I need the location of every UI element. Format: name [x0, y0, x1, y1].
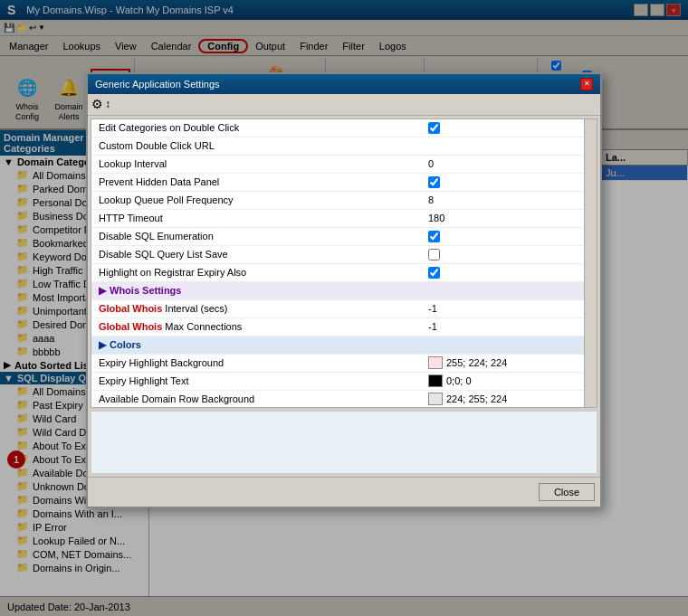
color-text-14: 0;0; 0 — [446, 375, 472, 386]
settings-value-15: 224; 255; 224 — [421, 391, 584, 407]
modal-close-x-button[interactable]: ✕ — [580, 78, 593, 90]
settings-value-8 — [421, 265, 584, 280]
settings-value-14: 0;0; 0 — [421, 373, 584, 389]
settings-label-4: Lookup Queue Poll Frequency — [91, 193, 421, 207]
setting-checkbox-7[interactable] — [428, 249, 440, 261]
settings-section-9: ▶Whois Settings — [91, 282, 584, 300]
color-text-13: 255; 224; 224 — [446, 357, 507, 368]
settings-label-14: Expiry Highlight Text — [91, 374, 421, 388]
section-icon: ▶ — [99, 285, 106, 297]
settings-row-1: Custom Double Click URL — [91, 137, 584, 156]
modal-preview-area — [91, 411, 597, 474]
settings-row-15: Available Domain Row Background224; 255;… — [91, 391, 584, 408]
settings-label-15: Available Domain Row Background — [91, 392, 421, 406]
settings-value-11: -1 — [421, 319, 584, 334]
settings-label-10: Global Whois Interval (secs) — [91, 301, 421, 316]
section-icon: ▶ — [99, 339, 106, 351]
modal-toolbar: ⚙ ↕ — [88, 94, 600, 116]
settings-value-10: -1 — [421, 301, 584, 316]
settings-row-14: Expiry Highlight Text0;0; 0 — [91, 373, 584, 391]
settings-row-11: Global Whois Max Connections-1 — [91, 318, 584, 336]
section-label: Whois Settings — [110, 285, 181, 296]
modal-settings-container: Edit Categories on Double ClickCustom Do… — [91, 118, 597, 408]
settings-label-7: Disable SQL Query List Save — [91, 247, 421, 261]
settings-label-5: HTTP Timeout — [91, 211, 421, 225]
color-swatch-14[interactable] — [428, 374, 443, 387]
modal-tool-icon[interactable]: ⚙ — [91, 97, 103, 111]
setting-value-text-10: -1 — [428, 303, 437, 314]
modal-dialog: Generic Application Settings ✕ ⚙ ↕ Edit … — [86, 72, 602, 508]
color-swatch-13[interactable] — [428, 356, 443, 369]
settings-row-7: Disable SQL Query List Save — [91, 246, 584, 264]
settings-value-6 — [421, 229, 584, 244]
color-swatch-15[interactable] — [428, 393, 443, 405]
settings-row-5: HTTP Timeout180 — [91, 210, 584, 228]
modal-footer: Close — [88, 477, 600, 507]
settings-value-2: 0 — [421, 156, 584, 171]
settings-row-3: Prevent Hidden Data Panel — [91, 174, 584, 192]
settings-label-0: Edit Categories on Double Click — [91, 120, 421, 135]
settings-row-0: Edit Categories on Double Click — [91, 119, 584, 137]
settings-row-8: Highlight on Registrar Expiry Also — [91, 264, 584, 282]
modal-title-bar: Generic Application Settings ✕ — [88, 74, 600, 94]
settings-label-11: Global Whois Max Connections — [91, 319, 421, 334]
setting-checkbox-8[interactable] — [428, 267, 440, 279]
modal-title: Generic Application Settings — [95, 79, 220, 90]
settings-row-4: Lookup Queue Poll Frequency8 — [91, 192, 584, 210]
settings-row-10: Global Whois Interval (secs)-1 — [91, 300, 584, 318]
settings-value-7 — [421, 247, 584, 262]
whois-label: Global Whois — [99, 321, 162, 332]
settings-value-1 — [421, 144, 584, 147]
setting-checkbox-6[interactable] — [428, 231, 440, 242]
whois-label: Global Whois — [99, 303, 162, 314]
modal-close-button[interactable]: Close — [539, 483, 595, 501]
setting-value-text-5: 180 — [428, 213, 444, 223]
modal-sort-icon[interactable]: ↕ — [105, 98, 110, 110]
section-label: Colors — [110, 339, 141, 350]
modal-overlay: Generic Application Settings ✕ ⚙ ↕ Edit … — [0, 0, 688, 616]
settings-label-6: Disable SQL Enumeration — [91, 229, 421, 243]
setting-value-text-11: -1 — [428, 321, 437, 332]
color-text-15: 224; 255; 224 — [446, 393, 507, 404]
settings-label-13: Expiry Highlight Background — [91, 355, 421, 370]
settings-row-13: Expiry Highlight Background255; 224; 224 — [91, 355, 584, 373]
setting-label-suffix: Max Connections — [162, 321, 242, 332]
setting-value-text-4: 8 — [428, 194, 434, 205]
setting-checkbox-3[interactable] — [428, 176, 440, 188]
settings-value-4: 8 — [421, 193, 584, 207]
settings-value-13: 255; 224; 224 — [421, 355, 584, 371]
settings-label-8: Highlight on Registrar Expiry Also — [91, 265, 421, 280]
settings-value-0 — [421, 120, 584, 136]
settings-value-5: 180 — [421, 211, 584, 225]
settings-label-3: Prevent Hidden Data Panel — [91, 175, 421, 189]
setting-value-text-2: 0 — [428, 158, 434, 169]
settings-row-6: Disable SQL Enumeration — [91, 228, 584, 246]
setting-checkbox-0[interactable] — [428, 122, 440, 134]
modal-settings-list: Edit Categories on Double ClickCustom Do… — [91, 119, 584, 407]
modal-scrollbar[interactable] — [584, 119, 597, 407]
settings-label-2: Lookup Interval — [91, 156, 421, 171]
settings-section-12: ▶Colors — [91, 336, 584, 355]
settings-label-1: Custom Double Click URL — [91, 138, 421, 153]
settings-value-3 — [421, 175, 584, 190]
setting-label-suffix: Interval (secs) — [162, 303, 227, 314]
settings-row-2: Lookup Interval0 — [91, 156, 584, 174]
